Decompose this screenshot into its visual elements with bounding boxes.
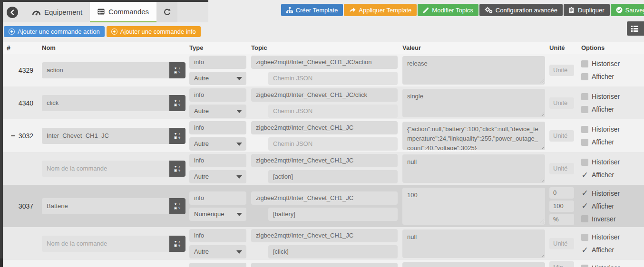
command-config-button[interactable]: ♥♪▣ϟ bbox=[169, 236, 185, 252]
command-unit-input[interactable] bbox=[549, 238, 574, 249]
command-config-button[interactable]: ♥♪▣ϟ bbox=[169, 198, 185, 214]
command-value-textarea[interactable]: null bbox=[402, 229, 545, 258]
command-topic-input[interactable] bbox=[251, 56, 398, 69]
command-unit-input[interactable] bbox=[549, 163, 574, 174]
command-json-path-input[interactable] bbox=[268, 208, 398, 221]
unchecked-checkbox-icon[interactable] bbox=[581, 73, 588, 80]
command-type-input[interactable] bbox=[189, 56, 246, 69]
refresh-tab[interactable] bbox=[156, 2, 177, 22]
command-name-input[interactable] bbox=[42, 95, 169, 111]
resize-grip[interactable] bbox=[540, 112, 544, 116]
option-historiser[interactable]: Historiser bbox=[581, 156, 644, 168]
command-config-button[interactable]: ♥♪▣ϟ bbox=[169, 62, 185, 78]
command-unit-input[interactable] bbox=[549, 187, 574, 199]
back-button[interactable] bbox=[7, 7, 18, 18]
command-json-path-input[interactable] bbox=[268, 245, 398, 258]
command-type-input[interactable] bbox=[189, 229, 246, 242]
tab-equipement[interactable]: Equipement bbox=[25, 2, 90, 22]
option-afficher[interactable]: ✓Afficher bbox=[581, 200, 644, 212]
command-name-input[interactable] bbox=[42, 62, 169, 78]
option-historiser[interactable]: Historiser bbox=[581, 231, 644, 243]
command-name-input[interactable] bbox=[42, 236, 169, 252]
unchecked-checkbox-icon[interactable] bbox=[581, 215, 588, 222]
command-subtype-select[interactable]: Numérique bbox=[189, 208, 246, 221]
command-unit-input[interactable] bbox=[549, 130, 574, 142]
command-name-input[interactable] bbox=[42, 128, 169, 144]
unchecked-checkbox-icon[interactable] bbox=[581, 234, 588, 241]
option-inverser[interactable]: Inverser bbox=[581, 213, 644, 225]
resize-grip[interactable] bbox=[540, 145, 544, 149]
command-unit-input[interactable] bbox=[549, 261, 574, 267]
command-subtype-select[interactable]: Autre bbox=[189, 170, 246, 183]
dupliquer-button[interactable]: Dupliquer bbox=[564, 4, 610, 16]
ajouter-une-commande-action-button[interactable]: +Ajouter une commande action bbox=[4, 26, 105, 37]
command-json-path-input[interactable] bbox=[268, 72, 398, 85]
resize-grip[interactable] bbox=[540, 253, 544, 257]
command-json-path-input[interactable] bbox=[268, 170, 398, 183]
command-value-textarea[interactable] bbox=[402, 262, 545, 267]
unchecked-checkbox-icon[interactable] bbox=[581, 265, 588, 267]
resize-grip[interactable] bbox=[540, 219, 544, 224]
option-afficher[interactable]: Afficher bbox=[581, 70, 644, 83]
command-topic-input[interactable] bbox=[251, 88, 398, 102]
command-subtype-select[interactable]: Autre bbox=[189, 245, 246, 258]
command-value-textarea[interactable]: null bbox=[402, 154, 545, 183]
unchecked-checkbox-icon[interactable] bbox=[581, 126, 588, 133]
command-subtype-select[interactable]: Autre bbox=[189, 72, 246, 85]
command-type-input[interactable] bbox=[189, 263, 246, 267]
option-historiser[interactable]: Historiser bbox=[581, 90, 644, 103]
checked-checkbox-icon[interactable]: ✓ bbox=[581, 247, 588, 254]
option-afficher[interactable]: ✓Afficher bbox=[581, 169, 644, 181]
configuration-avanc-e-button[interactable]: Configuration avancée bbox=[479, 4, 563, 16]
command-type-input[interactable] bbox=[189, 121, 246, 134]
option-historiser[interactable]: Historiser bbox=[581, 262, 644, 267]
command-value-textarea[interactable]: {"action":null,"battery":100,"click":nul… bbox=[402, 122, 545, 150]
option-historiser[interactable]: ✓Historiser bbox=[581, 187, 644, 200]
command-json-path-input[interactable] bbox=[268, 137, 398, 151]
option-historiser[interactable]: Historiser bbox=[581, 123, 644, 135]
command-type-input[interactable] bbox=[189, 191, 246, 205]
sauvegarder-button[interactable]: Sauvegarder bbox=[611, 4, 644, 16]
command-config-button[interactable]: ♥♪▣ϟ bbox=[169, 95, 185, 111]
command-topic-input[interactable] bbox=[251, 263, 398, 267]
command-unit-input[interactable] bbox=[549, 65, 574, 76]
unchecked-checkbox-icon[interactable] bbox=[581, 159, 588, 166]
command-name-input[interactable] bbox=[42, 198, 169, 214]
tab-commandes[interactable]: Commandes bbox=[90, 2, 156, 22]
command-config-button[interactable]: ♥♪▣ϟ bbox=[169, 128, 185, 144]
command-type-input[interactable] bbox=[189, 88, 246, 102]
option-afficher[interactable]: ✓Afficher bbox=[581, 244, 644, 256]
command-value-textarea[interactable]: single bbox=[402, 89, 545, 117]
cr-er-template-button[interactable]: Créer Template bbox=[281, 4, 343, 16]
unchecked-checkbox-icon[interactable] bbox=[581, 106, 588, 113]
checked-checkbox-icon[interactable]: ✓ bbox=[581, 172, 588, 179]
checked-checkbox-icon[interactable]: ✓ bbox=[581, 202, 588, 210]
unchecked-checkbox-icon[interactable] bbox=[581, 93, 588, 100]
command-topic-input[interactable] bbox=[251, 154, 398, 167]
resize-grip[interactable] bbox=[540, 178, 544, 182]
command-value-textarea[interactable]: 100 bbox=[402, 188, 545, 225]
command-unit-input[interactable] bbox=[549, 214, 574, 225]
checked-checkbox-icon[interactable]: ✓ bbox=[581, 190, 588, 197]
option-historiser[interactable]: Historiser bbox=[581, 57, 644, 70]
command-topic-input[interactable] bbox=[251, 121, 398, 134]
modifier-topics-button[interactable]: Modifier Topics bbox=[418, 4, 478, 16]
command-json-path-input[interactable] bbox=[268, 105, 398, 118]
command-unit-input[interactable] bbox=[549, 97, 574, 109]
command-unit-input[interactable] bbox=[549, 200, 574, 212]
option-afficher[interactable]: Afficher bbox=[581, 136, 644, 148]
command-subtype-select[interactable]: Autre bbox=[189, 137, 246, 151]
command-subtype-select[interactable]: Autre bbox=[189, 105, 246, 118]
unchecked-checkbox-icon[interactable] bbox=[581, 60, 588, 67]
command-topic-input[interactable] bbox=[251, 191, 398, 205]
resize-grip[interactable] bbox=[540, 79, 544, 84]
command-config-button[interactable]: ♥♪▣ϟ bbox=[169, 161, 185, 177]
command-type-input[interactable] bbox=[189, 154, 246, 167]
command-topic-input[interactable] bbox=[251, 229, 398, 242]
command-value-textarea[interactable]: release bbox=[402, 56, 545, 85]
minus-icon[interactable]: − bbox=[11, 132, 15, 140]
command-view-toggle-button[interactable] bbox=[627, 21, 644, 36]
unchecked-checkbox-icon[interactable] bbox=[581, 139, 588, 146]
command-name-input[interactable] bbox=[42, 161, 169, 177]
ajouter-une-commande-info-button[interactable]: +Ajouter une commande info bbox=[107, 26, 201, 37]
